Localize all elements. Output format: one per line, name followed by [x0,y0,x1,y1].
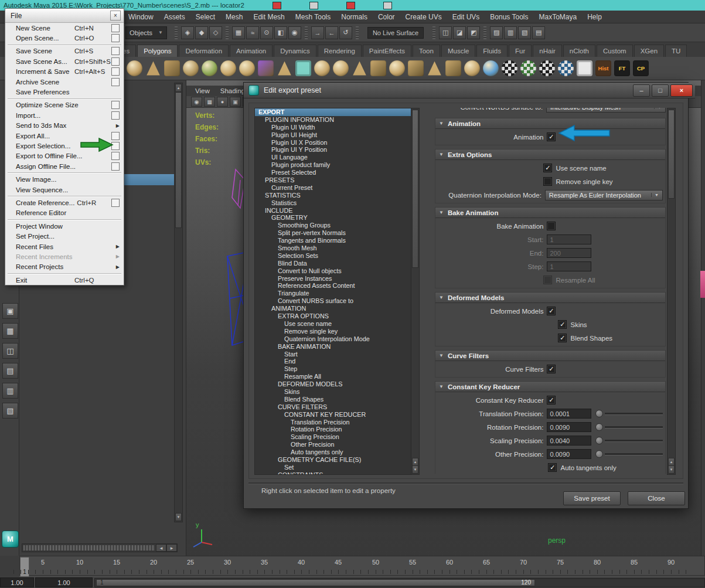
file-menu-item-open-scene[interactable]: Open Scene...Ctrl+O [5,33,124,43]
shelf-tab-nhair[interactable]: nHair [533,45,561,57]
recorder-icon[interactable] [273,2,281,9]
app-tray-icon[interactable] [383,2,392,9]
file-menu-item-view-image[interactable]: View Image... [5,174,124,184]
tree-item-bake-animation[interactable]: BAKE ANIMATION [255,343,411,351]
tree-item-skins[interactable]: Skins [255,388,411,396]
live-surface-field[interactable]: No Live Surface [367,27,424,39]
shelf-tab-deformation[interactable]: Deformation [179,45,229,57]
menu-bonus-tools[interactable]: Bonus Tools [485,11,533,23]
other-precision-slider[interactable] [595,450,663,458]
tree-item-quaternion-interpolation-mode[interactable]: Quaternion Interpolation Mode [255,335,411,343]
menu-create-uvs[interactable]: Create UVs [400,11,447,23]
shelf-tab-rendering[interactable]: Rendering [318,45,362,57]
tree-item-include[interactable]: INCLUDE [255,207,411,215]
option-box-icon[interactable] [111,162,120,171]
node-editor-icon[interactable]: ▤ [532,26,545,39]
range-slider-handle[interactable]: 1 120 [96,579,535,586]
render-settings-icon[interactable]: ◩ [467,26,480,39]
maximize-button[interactable]: □ [652,84,669,97]
constant-key-reducer-checkbox[interactable] [547,396,556,405]
tree-item-convert-to-null-objects[interactable]: Convert to Null objects [255,267,411,275]
file-menu-item-view-sequence[interactable]: View Sequence... [5,185,124,195]
deformed-models-checkbox[interactable] [547,307,556,315]
rotation-precision-slider[interactable] [595,423,663,431]
shelf-checker-1[interactable] [502,60,517,76]
file-menu-item-import[interactable]: Import... [5,110,124,120]
scroll-right-icon[interactable]: ▶ [166,544,177,552]
minimize-button[interactable]: – [633,84,650,97]
shelf-tab-toon[interactable]: Toon [413,45,440,57]
shelf-tab-tu[interactable]: TU [665,45,687,57]
shelf-extrude[interactable] [427,60,442,76]
selection-mask-dropdown[interactable]: Objects ▼ [125,26,167,39]
tree-item-start[interactable]: Start [255,351,411,358]
shelf-wedge[interactable] [277,60,292,76]
shelf-combine[interactable] [314,60,330,76]
tree-item-current-preset[interactable]: Current Preset [255,184,411,192]
scroll-down-icon[interactable]: ▼ [175,513,182,521]
tree-item-triangulate[interactable]: Triangulate [255,290,411,297]
single-pane-layout-icon[interactable]: ▣ [2,303,18,319]
translation-precision-slider[interactable] [595,410,663,417]
shelf-extract[interactable] [352,60,367,76]
persp-outliner-layout-icon[interactable]: ◫ [2,343,18,359]
tree-item-animation[interactable]: ANIMATION [255,305,411,312]
tree-item-export[interactable]: EXPORT [255,108,411,116]
auto-tangents-only-checkbox[interactable] [548,463,557,472]
tree-item-curve-filters[interactable]: CURVE FILTERS [255,403,411,411]
tree-item-smoothing-groups[interactable]: Smoothing Groups [255,222,411,229]
section-header-animation[interactable]: ▼Animation [435,118,665,129]
output-connections-icon[interactable]: ← [325,26,338,39]
slider-knob[interactable] [595,423,603,431]
shelf-tab-animation[interactable]: Animation [230,45,273,57]
outliner-vscrollbar[interactable]: ▲ ▼ [174,83,183,522]
option-box-icon[interactable] [111,78,120,86]
option-box-icon[interactable] [111,47,120,55]
tree-item-preserve-instances[interactable]: Preserve Instances [255,275,411,283]
tree-item-geometry[interactable]: GEOMETRY [255,214,411,222]
scroll-down-icon[interactable]: ▼ [412,465,418,474]
select-hierarchy-icon[interactable]: ◈ [181,26,194,39]
section-header-bake-animation[interactable]: ▼Bake Animation [435,208,665,218]
dialog-titlebar[interactable]: Edit export preset – □ × [244,83,695,98]
bake-animation-checkbox[interactable] [547,222,556,230]
file-menu-item-recent-projects[interactable]: Recent Projects▶ [5,262,124,272]
shelf-sculpt[interactable] [483,60,499,76]
menu-edit-mesh[interactable]: Edit Mesh [248,11,290,23]
menu-help[interactable]: Help [582,11,607,23]
construction-history-icon[interactable]: ↺ [339,26,352,39]
scroll-up-icon[interactable]: ▲ [668,458,675,466]
hypergraph-layout-icon[interactable]: ▤ [2,363,18,379]
section-header-constant-key-reducer[interactable]: ▼Constant Key Reducer [435,382,665,392]
file-menu-item-create-reference[interactable]: Create Reference...Ctrl+R [5,198,124,208]
tree-item-geometry-cache-file-s[interactable]: GEOMETRY CACHE FILE(S) [255,456,411,464]
other-precision-field[interactable]: 0.0090 [547,449,591,459]
shelf-emitter[interactable] [202,60,217,76]
shelf-reduce[interactable] [408,60,424,76]
file-menu-item-recent-files[interactable]: Recent Files▶ [5,242,124,251]
shelf-tab-painteffects[interactable]: PaintEffects [363,45,411,57]
scaling-precision-slider[interactable] [595,437,663,444]
snap-plane-icon[interactable]: ◧ [274,26,287,39]
option-box-icon[interactable] [111,67,120,76]
range-slider-track[interactable]: 1 120 [94,578,705,587]
file-menu-item-increment-save[interactable]: Increment & SaveCtrl+Alt+S [5,67,124,77]
step-field[interactable]: 1 [547,261,591,271]
close-button[interactable]: × [670,84,693,97]
file-menu-item-optimize-scene-size[interactable]: Optimize Scene Size [5,100,124,110]
file-menu-item-save-preferences[interactable]: Save Preferences [5,87,124,97]
menu-maxtomaya[interactable]: MaxToMaya [533,11,582,23]
shelf-bevel[interactable] [464,60,480,76]
slider-knob[interactable] [595,410,603,417]
resample-all-checkbox[interactable] [543,276,552,284]
shelf-uv-editor[interactable] [577,60,592,76]
snap-point-icon[interactable]: ⊙ [260,26,273,39]
shelf-cube-purple[interactable] [258,60,274,76]
shelf-torus[interactable] [183,60,199,76]
shelf-sphere[interactable] [127,60,142,76]
shelf-tab-dynamics[interactable]: Dynamics [274,45,316,57]
menu-mesh-tools[interactable]: Mesh Tools [290,11,336,23]
tree-item-deformed-models[interactable]: DEFORMED MODELS [255,380,411,388]
paint-effects-icon[interactable]: ▨ [490,26,503,39]
tree-item-referenced-assets-content[interactable]: Referenced Assets Content [255,282,411,290]
